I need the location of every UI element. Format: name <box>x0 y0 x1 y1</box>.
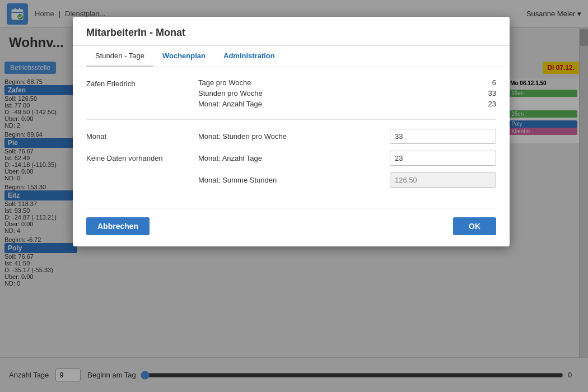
stat-value: 33 <box>463 89 496 97</box>
stat-label: Tage pro Woche <box>198 78 463 87</box>
abbrechen-button[interactable]: Abbrechen <box>86 217 150 235</box>
keine-daten-form-row: Keine Daten vorhanden Monat: Anzahl Tage <box>86 151 496 166</box>
tab-wochenplan[interactable]: Wochenplan <box>153 46 214 67</box>
modal-tabs: Stunden - Tage Wochenplan Administration <box>73 46 510 67</box>
info-row: Tage pro Woche 6 <box>198 78 496 87</box>
summe-stunden-input <box>390 172 496 188</box>
employee-name: Zafen Friedrich <box>86 78 198 88</box>
modal-dialog: MitarbeiterIn - Monat Stunden - Tage Woc… <box>73 17 510 246</box>
modal-body: Zafen Friedrich Tage pro Woche 6 Stunden… <box>73 67 510 206</box>
keine-daten-label: Keine Daten vorhanden <box>86 154 198 162</box>
footer-divider <box>86 208 496 208</box>
info-row: Stunden pro Woche 33 <box>198 89 496 97</box>
monat-form-row: Monat Monat: Stunden pro Woche <box>86 129 496 144</box>
employee-info-section: Zafen Friedrich Tage pro Woche 6 Stunden… <box>86 78 496 110</box>
stat-value: 23 <box>463 100 496 108</box>
anzahl-tage-input-modal[interactable] <box>390 151 496 166</box>
anzahl-tage-label-modal: Monat: Anzahl Tage <box>198 154 390 162</box>
stunden-pro-woche-label: Monat: Stunden pro Woche <box>198 132 390 141</box>
stunden-pro-woche-input[interactable] <box>390 129 496 144</box>
ok-button[interactable]: OK <box>453 217 496 235</box>
stat-label: Stunden pro Woche <box>198 89 463 97</box>
stat-value: 6 <box>463 78 496 87</box>
modal-footer: Abbrechen OK <box>73 211 510 235</box>
section-divider <box>86 119 496 120</box>
info-row: Monat: Anzahl Tage 23 <box>198 100 496 108</box>
summe-stunden-form-row: Monat: Summe Stunden <box>86 172 496 188</box>
tab-stunden-tage[interactable]: Stunden - Tage <box>86 46 153 67</box>
tab-administration[interactable]: Administration <box>214 46 284 67</box>
modal-title: MitarbeiterIn - Monat <box>73 17 510 46</box>
employee-stats: Tage pro Woche 6 Stunden pro Woche 33 Mo… <box>198 78 496 110</box>
stat-label: Monat: Anzahl Tage <box>198 100 463 108</box>
monat-label: Monat <box>86 132 198 141</box>
summe-stunden-label: Monat: Summe Stunden <box>198 176 390 184</box>
